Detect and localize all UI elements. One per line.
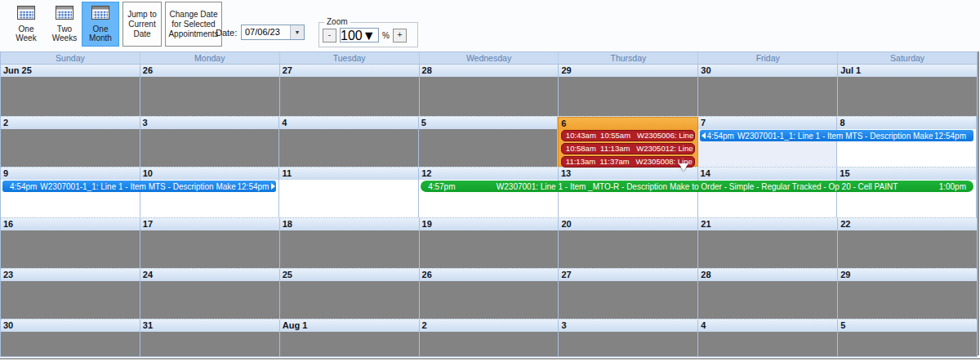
cell-date-label: 6	[561, 118, 697, 130]
calendar-cell[interactable]: 29	[838, 269, 977, 319]
zoom-value: 100	[341, 29, 363, 42]
cell-date-strip: 28	[698, 269, 837, 281]
zoom-combobox[interactable]: 100 ▼	[340, 28, 379, 42]
cell-date-label: 9	[3, 168, 140, 180]
calendar-cell[interactable]: Jun 25	[1, 65, 140, 116]
calendar-cell[interactable]: 9	[1, 168, 140, 217]
calendar-cell[interactable]: 17	[140, 218, 280, 268]
calendar-cell[interactable]: 11	[279, 168, 419, 217]
cell-date-label: 15	[840, 168, 976, 180]
zoom-group-label: Zoom	[324, 17, 350, 26]
calendar-cell[interactable]: 8	[837, 117, 977, 167]
appointment-text: W2307001-1_1: Line 1 - Item MTS - Descri…	[37, 182, 237, 191]
calendar-cell[interactable]: 15	[837, 168, 977, 217]
appointment-text: 11:13am 11:37am W2305008: Line 1 - I	[562, 157, 694, 167]
calendar-cell[interactable]: 4	[698, 320, 838, 356]
calendar-cell[interactable]: 27	[559, 269, 698, 319]
change-date-for-selected-appointments-button[interactable]: Change Date for Selected Appointments	[165, 2, 222, 47]
cell-date-strip: 30	[1, 320, 140, 332]
chevron-down-icon[interactable]: ▼	[363, 29, 376, 42]
calendar-cell[interactable]: 30	[698, 65, 838, 116]
calendar-cell[interactable]: 28	[698, 269, 838, 319]
appointment-bar[interactable]: 11:13am 11:37am W2305008: Line 1 - I	[561, 156, 695, 168]
cell-date-label: 30	[701, 65, 837, 77]
jump-to-current-date-button[interactable]: Jump to Current Date	[122, 2, 162, 47]
appointment-bar[interactable]: 4:54pmW2307001-1_1: Line 1 - Item MTS - …	[700, 130, 973, 141]
more-items-icon[interactable]	[679, 163, 688, 171]
calendar-cell[interactable]: 4	[279, 117, 419, 167]
appointment-text: W2307001-1_1: Line 1 - Item MTS - Descri…	[734, 132, 934, 141]
calendar-cell[interactable]: 19	[420, 218, 559, 268]
calendar-cell[interactable]: 22	[838, 218, 977, 268]
appointment-text: W2307001: Line 1 - Item _MTO-R - Descrip…	[456, 182, 939, 191]
calendar-cell[interactable]: 21	[698, 218, 838, 268]
calendar-cell[interactable]: 24	[140, 269, 280, 319]
calendar-cell[interactable]: 3	[559, 320, 698, 356]
calendar-cell[interactable]: Jul 1	[838, 65, 977, 116]
appointment-bar[interactable]: 4:54pmW2307001-1_1: Line 1 - Item MTS - …	[2, 181, 276, 192]
one-month-button[interactable]: One Month	[82, 2, 119, 47]
cell-date-label: 20	[561, 218, 697, 230]
calendar-cell[interactable]: 29	[559, 65, 698, 116]
date-combobox[interactable]: 07/06/23 ▼	[241, 25, 305, 40]
cell-date-strip: 5	[419, 117, 558, 129]
cell-date-label: 23	[3, 269, 140, 281]
cell-date-strip: 4	[279, 117, 418, 129]
cell-date-label: 28	[422, 65, 559, 77]
appointment-start-time: 4:57pm	[421, 182, 455, 191]
calendar-cell[interactable]: 2	[420, 320, 559, 356]
cell-date-label: 18	[283, 218, 419, 230]
appointment-text: 10:43am 10:55am W2305006: Line 1 - I	[562, 131, 694, 141]
chevron-down-icon[interactable]: ▼	[290, 25, 304, 39]
one-month-label: One Month	[84, 25, 117, 42]
appointment-bar[interactable]: 10:58am 11:13am W2305012: Line 1 - I	[561, 143, 695, 154]
cell-date-strip: 3	[140, 117, 279, 129]
day-header: Tuesday	[280, 52, 420, 64]
zoom-out-button[interactable]: -	[323, 29, 336, 42]
calendar-cell[interactable]: 3	[140, 117, 280, 167]
cell-date-label: 2	[422, 320, 559, 332]
date-label: Date:	[216, 28, 237, 38]
zoom-in-button[interactable]: +	[393, 29, 407, 42]
calendar-cell[interactable]: 25	[280, 269, 420, 319]
calendar-cell[interactable]: 12	[419, 168, 559, 217]
cell-date-strip: 24	[140, 269, 279, 281]
calendar-cell[interactable]: 10	[140, 168, 280, 217]
cell-date-strip: 18	[280, 218, 419, 230]
calendar-cell[interactable]: 27	[280, 65, 420, 116]
day-header: Sunday	[1, 52, 140, 64]
appointment-end-time: 12:54pm	[238, 182, 277, 191]
day-header: Friday	[698, 52, 838, 64]
cell-date-strip: 16	[1, 218, 140, 230]
calendar-cell[interactable]: 7	[698, 117, 838, 167]
two-weeks-button[interactable]: Two Weeks	[46, 2, 83, 47]
calendar-cell[interactable]: 31	[140, 320, 280, 356]
cell-date-strip: 2	[420, 320, 559, 332]
calendar-cell[interactable]: 5	[419, 117, 559, 167]
calendar-cell[interactable]: 30	[1, 320, 140, 356]
calendar-cell[interactable]: 16	[1, 218, 140, 268]
cell-date-strip: 27	[559, 269, 697, 281]
cell-date-strip: 20	[559, 218, 697, 230]
calendar-cell[interactable]: 26	[420, 269, 559, 319]
cell-date-strip: 12	[419, 168, 558, 180]
calendar-cell[interactable]: 26	[140, 65, 280, 116]
calendar-cell[interactable]: 28	[420, 65, 559, 116]
calendar-cell[interactable]: 20	[559, 218, 698, 268]
calendar-cell[interactable]: 18	[280, 218, 420, 268]
calendar-cell[interactable]: 13	[559, 168, 698, 217]
cell-date-label: 4	[282, 117, 418, 129]
one-week-label: One Week	[10, 25, 42, 42]
appointment-bar[interactable]: 10:43am 10:55am W2305006: Line 1 - I	[561, 130, 695, 141]
calendar-cell[interactable]: 14	[698, 168, 838, 217]
calendar-cell[interactable]: 2	[1, 117, 140, 167]
cell-date-strip: 31	[140, 320, 279, 332]
one-week-button[interactable]: One Week	[7, 2, 45, 47]
calendar-cell[interactable]: Aug 1	[280, 320, 420, 356]
cell-date-strip: 30	[698, 65, 837, 77]
calendar-cell[interactable]: 5	[838, 320, 977, 356]
appointment-bar[interactable]: 4:57pmW2307001: Line 1 - Item _MTO-R - D…	[421, 181, 973, 192]
calendar-cell[interactable]: 23	[1, 269, 140, 319]
zoom-groupbox: Zoom - 100 ▼ % +	[318, 22, 418, 47]
cell-date-strip: 8	[837, 117, 976, 129]
